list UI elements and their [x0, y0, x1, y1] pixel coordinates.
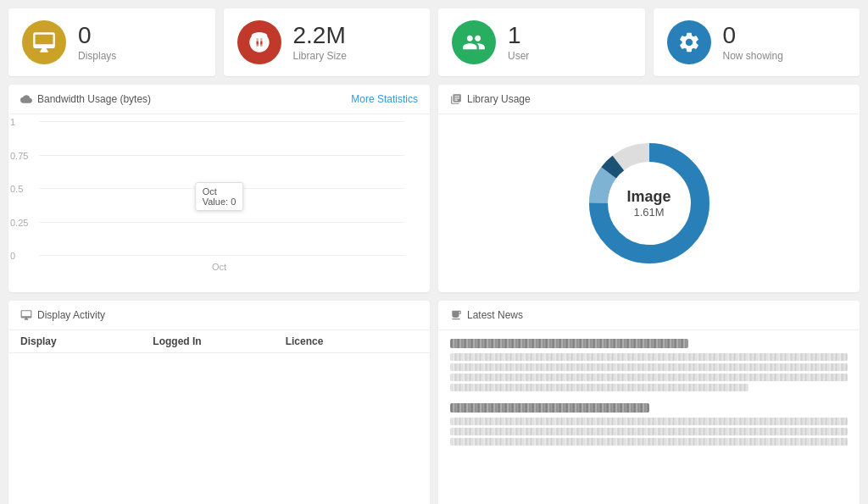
- cloud-icon: [20, 93, 32, 105]
- display-activity-icon: [20, 309, 32, 321]
- latest-news-panel: Latest News: [438, 301, 860, 504]
- library-icon: [450, 93, 462, 105]
- tooltip-value: Value: 0: [203, 197, 236, 207]
- library-size-info: 2.2M Library Size: [293, 23, 347, 63]
- news-title-noise-2: [450, 403, 649, 413]
- dashboard: 0 Displays 2.2M Library Size: [0, 0, 868, 504]
- now-showing-info: 0 Now showing: [723, 23, 783, 63]
- bandwidth-header: Bandwidth Usage (bytes) More Statistics: [8, 85, 430, 114]
- bottom-row: Display Activity Display Logged In Licen…: [8, 301, 860, 504]
- grid-label-1: 1: [10, 117, 15, 127]
- donut-type: Image: [626, 188, 670, 206]
- news-body-noise-1d: [450, 384, 748, 391]
- grid-label-0: 0: [10, 251, 15, 261]
- display-activity-table-header: Display Logged In Licence: [8, 330, 430, 353]
- stat-card-now-showing: 0 Now showing: [654, 8, 860, 76]
- news-body-noise-1b: [450, 363, 848, 371]
- col-logged-in: Logged In: [153, 335, 285, 347]
- x-label: Oct: [212, 262, 226, 272]
- stat-card-user: 1 User: [438, 8, 645, 76]
- svg-point-0: [251, 32, 267, 38]
- grid-line-025: 0.25: [39, 222, 404, 223]
- display-activity-panel: Display Activity Display Logged In Licen…: [8, 301, 430, 504]
- grid-line-0: 0: [39, 255, 404, 256]
- stats-row: 0 Displays 2.2M Library Size: [8, 8, 860, 76]
- now-showing-label: Now showing: [723, 50, 783, 62]
- user-label: User: [508, 50, 529, 62]
- more-statistics-link[interactable]: More Statistics: [351, 93, 418, 105]
- news-icon: [450, 309, 462, 321]
- display-activity-header: Display Activity: [8, 301, 430, 330]
- library-usage-title: Library Usage: [467, 93, 531, 105]
- grid-label-025: 0.25: [10, 218, 28, 228]
- library-usage-header: Library Usage: [438, 85, 860, 114]
- now-showing-icon: [667, 20, 711, 64]
- grid-label-05: 0.5: [10, 184, 23, 194]
- user-icon: [452, 20, 496, 64]
- display-activity-title: Display Activity: [37, 309, 105, 321]
- news-body-noise-1c: [450, 374, 848, 381]
- news-body-noise-2b: [450, 428, 848, 435]
- display-activity-header-left: Display Activity: [20, 309, 105, 321]
- latest-news-title: Latest News: [467, 309, 523, 321]
- displays-value: 0: [78, 23, 116, 49]
- bandwidth-title: Bandwidth Usage (bytes): [37, 93, 151, 105]
- grid-line-1: 1: [39, 121, 404, 122]
- news-item-2: [450, 403, 848, 446]
- user-info: 1 User: [508, 23, 529, 63]
- news-body-noise-2c: [450, 438, 848, 446]
- bandwidth-header-left: Bandwidth Usage (bytes): [20, 93, 151, 105]
- stat-card-displays: 0 Displays: [8, 8, 215, 76]
- donut-size: 1.61M: [626, 206, 670, 219]
- tooltip-label: Oct: [203, 186, 236, 197]
- middle-row: Bandwidth Usage (bytes) More Statistics …: [8, 85, 860, 292]
- news-content[interactable]: [438, 330, 860, 504]
- latest-news-header-left: Latest News: [450, 309, 523, 321]
- donut-label: Image 1.61M: [626, 188, 670, 219]
- news-body-noise-2a: [450, 418, 848, 425]
- now-showing-value: 0: [723, 23, 783, 49]
- bandwidth-panel: Bandwidth Usage (bytes) More Statistics …: [8, 85, 430, 292]
- news-body-noise-1a: [450, 353, 848, 361]
- donut-container: Image 1.61M: [438, 114, 860, 292]
- donut-chart: Image 1.61M: [581, 136, 717, 271]
- col-display: Display: [20, 335, 153, 347]
- news-title-noise-1: [450, 339, 688, 348]
- library-size-value: 2.2M: [293, 23, 347, 49]
- stat-card-library-size: 2.2M Library Size: [224, 8, 431, 76]
- library-header-left: Library Usage: [450, 93, 531, 105]
- grid-line-075: 0.75: [39, 155, 404, 156]
- col-licence: Licence: [286, 335, 418, 347]
- chart-tooltip: Oct Value: 0: [195, 182, 244, 211]
- user-value: 1: [508, 23, 529, 49]
- displays-icon: [22, 20, 66, 64]
- displays-info: 0 Displays: [78, 23, 116, 63]
- display-activity-table-body: [8, 353, 430, 489]
- library-size-icon: [237, 20, 281, 64]
- bandwidth-chart: 1 0.75 0.5 0.25 0: [8, 114, 430, 275]
- library-usage-panel: Library Usage Image: [438, 85, 860, 292]
- grid-label-075: 0.75: [10, 151, 28, 161]
- news-item-1: [450, 339, 848, 391]
- latest-news-header: Latest News: [438, 301, 860, 330]
- library-size-label: Library Size: [293, 50, 347, 62]
- displays-label: Displays: [78, 50, 116, 62]
